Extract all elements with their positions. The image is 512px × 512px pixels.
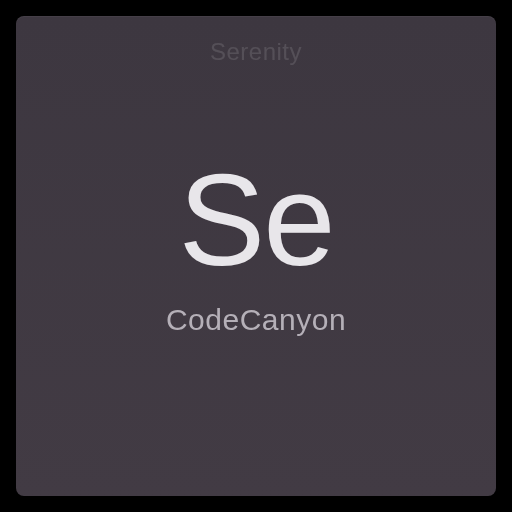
- element-symbol: Se: [178, 155, 333, 285]
- tile-content: Se CodeCanyon: [166, 155, 346, 337]
- tile-header: Serenity: [210, 38, 302, 66]
- tile-subtitle: CodeCanyon: [166, 303, 346, 337]
- app-tile[interactable]: Serenity Se CodeCanyon: [16, 16, 496, 496]
